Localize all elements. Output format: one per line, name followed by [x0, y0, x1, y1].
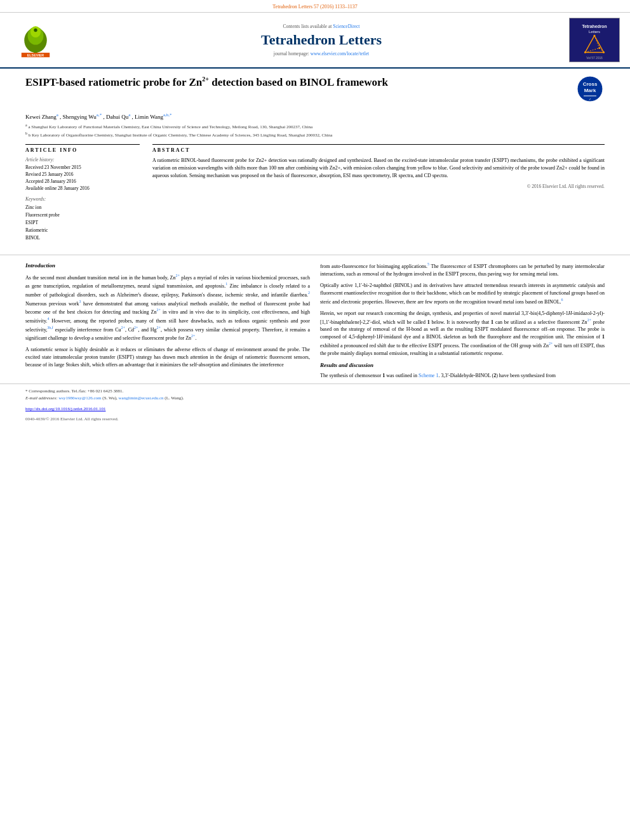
cover-image: Tetrahedron Letters Vol 57 2016	[569, 18, 620, 62]
crossmark-section: Cross Mark ✓	[576, 75, 605, 105]
received-date: Received 23 November 2015	[25, 164, 140, 170]
email-link-1[interactable]: wsy1986wsy@126.com	[58, 396, 101, 401]
sciencedirect-text: Contents lists available at ScienceDirec…	[80, 23, 563, 29]
article-title: ESIPT-based ratiometric probe for Zn2+ d…	[25, 75, 576, 90]
info-abstract-section: ARTICLE INFO Article history: Received 2…	[25, 144, 605, 242]
keywords-label: Keywords:	[25, 196, 140, 202]
affiliations: a a Shanghai Key Laboratory of Functiona…	[25, 123, 605, 139]
article-info-header: ARTICLE INFO	[25, 144, 140, 153]
accepted-date: Accepted 28 January 2016	[25, 178, 140, 184]
homepage-url[interactable]: www.elsevier.com/locate/tetlet	[311, 51, 369, 57]
corresponding-author: * Corresponding authors. Tel./fax: +86 0…	[25, 388, 605, 395]
elsevier-tree-icon: ELSEVIER	[10, 23, 61, 58]
affiliation-a: a a Shanghai Key Laboratory of Functiona…	[25, 123, 605, 131]
doi-section: http://dx.doi.org/10.1016/j.tetlet.2016.…	[0, 404, 630, 415]
abstract-col: ABSTRACT A ratiometric BINOL-based fluor…	[152, 144, 605, 242]
cover-thumbnail-icon: Tetrahedron Letters Vol 57 2016	[570, 18, 619, 62]
article-info-col: ARTICLE INFO Article history: Received 2…	[25, 144, 140, 242]
journal-reference: Tetrahedron Letters 57 (2016) 1133–1137	[0, 0, 630, 13]
results-title: Results and discussion	[320, 361, 605, 370]
right-para1: from auto-fluorescence for bioimaging ap…	[320, 262, 605, 278]
keyword-ratiometric: Ratiometric	[25, 227, 140, 234]
svg-text:ELSEVIER: ELSEVIER	[27, 53, 44, 57]
available-date: Available online 28 January 2016	[25, 185, 140, 191]
svg-text:Cross: Cross	[583, 81, 598, 87]
article-title-section: ESIPT-based ratiometric probe for Zn2+ d…	[25, 75, 605, 107]
svg-point-16	[603, 51, 605, 53]
introduction-title: Introduction	[25, 262, 310, 270]
intro-para2: A ratiometric sensor is highly desirable…	[25, 346, 310, 369]
cover-image-section: Tetrahedron Letters Vol 57 2016	[563, 18, 620, 62]
authors: Kewei Zhanga , Shengying Wua,* , Dahui Q…	[25, 112, 605, 120]
issn-text: 0040-4039/© 2016 Elsevier Ltd. All right…	[25, 417, 118, 422]
email-link-2[interactable]: wanglimin@ecust.edu.cn	[119, 396, 164, 401]
abstract-text: A ratiometric BINOL-based fluorescent pr…	[152, 157, 605, 180]
svg-point-14	[594, 35, 596, 37]
affiliation-b: b b Key Laboratory of Organofluorine Che…	[25, 131, 605, 139]
journal-title-section: Contents lists available at ScienceDirec…	[80, 23, 563, 57]
keyword-esipt: ESIPT	[25, 219, 140, 227]
svg-point-15	[584, 51, 586, 53]
journal-title: Tetrahedron Letters	[80, 32, 563, 48]
keyword-binol: BINOL	[25, 234, 140, 242]
journal-header: ELSEVIER Contents lists available at Sci…	[0, 13, 630, 69]
keyword-fluorescent: Fluorescent probe	[25, 211, 140, 219]
crossmark-icon: Cross Mark ✓	[576, 75, 605, 103]
elsevier-logo-section: ELSEVIER	[10, 23, 80, 58]
results-para1: The synthesis of chemosensor 1 was outli…	[320, 372, 605, 380]
journal-ref-text: Tetrahedron Letters 57 (2016) 1133–1137	[272, 4, 357, 10]
section-divider	[0, 255, 630, 255]
keywords-section: Keywords: Zinc ion Fluorescent probe ESI…	[25, 196, 140, 242]
copyright-text: © 2016 Elsevier Ltd. All rights reserved…	[152, 183, 605, 189]
footnote-section: * Corresponding authors. Tel./fax: +86 0…	[0, 383, 630, 404]
svg-text:✓: ✓	[589, 97, 591, 101]
right-para2: Optically active 1,1′-bi-2-naphthol (BIN…	[320, 282, 605, 306]
body-left-col: Introduction As the second most abundant…	[25, 262, 310, 383]
svg-text:Letters: Letters	[589, 30, 600, 34]
svg-point-4	[34, 28, 37, 31]
elsevier-logo: ELSEVIER	[10, 23, 80, 58]
svg-point-3	[30, 26, 41, 37]
svg-text:Mark: Mark	[584, 88, 596, 93]
doi-link[interactable]: http://dx.doi.org/10.1016/j.tetlet.2016.…	[25, 406, 105, 411]
right-para3: Herein, we report our research concernin…	[320, 310, 605, 357]
body-columns: Introduction As the second most abundant…	[0, 262, 630, 383]
article-history-label: Article history:	[25, 157, 140, 163]
svg-point-17	[598, 47, 600, 49]
abstract-header: ABSTRACT	[152, 144, 605, 153]
svg-text:Vol 57 2016: Vol 57 2016	[586, 57, 603, 60]
journal-homepage: journal homepage: www.elsevier.com/locat…	[80, 51, 563, 57]
keyword-zinc: Zinc ion	[25, 204, 140, 211]
revised-date: Revised 25 January 2016	[25, 171, 140, 177]
sciencedirect-link[interactable]: ScienceDirect	[333, 23, 359, 29]
email-line: E-mail addresses: wsy1986wsy@126.com (S.…	[25, 395, 605, 402]
article-content: ESIPT-based ratiometric probe for Zn2+ d…	[0, 69, 630, 248]
issn-section: 0040-4039/© 2016 Elsevier Ltd. All right…	[0, 415, 630, 427]
body-right-col: from auto-fluorescence for bioimaging ap…	[320, 262, 605, 383]
svg-text:Tetrahedron: Tetrahedron	[582, 24, 607, 29]
intro-para1: As the second most abundant transition m…	[25, 273, 310, 342]
